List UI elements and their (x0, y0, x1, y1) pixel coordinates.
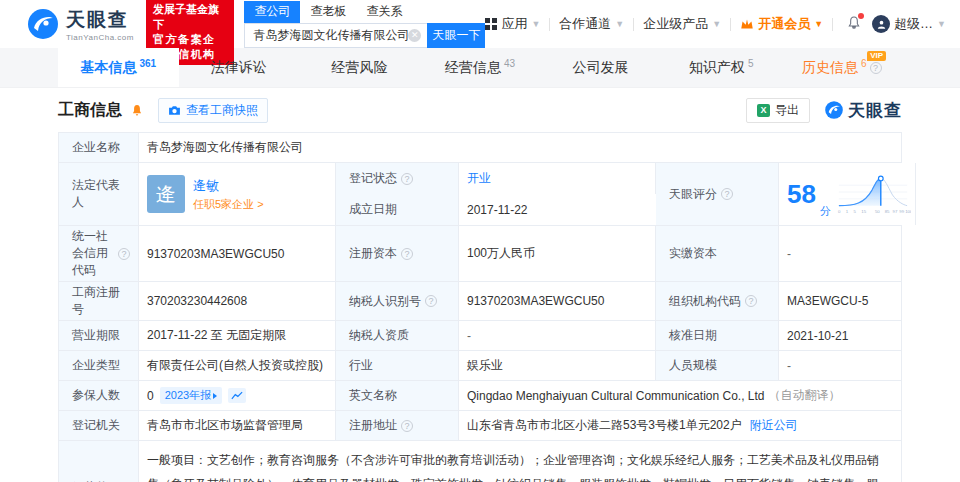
top-menu: 应用 ▼ 合作通道 ▼ 企业级产品 ▼ 开通会员 ▼ (485, 15, 960, 34)
trend-chart-button[interactable] (228, 388, 246, 403)
badge-line1: 国家中小企业发展子基金旗下 (153, 0, 227, 32)
business-info-table: 企业名称 青岛梦海圆文化传播有限公司 法定代表人 逄 逄敏 任职5家企业 > 登… (58, 132, 902, 482)
taxpayer-quality-label: 纳税人资质 (336, 321, 459, 350)
company-name-value: 青岛梦海圆文化传播有限公司 (139, 133, 901, 162)
menu-partner[interactable]: 合作通道 ▼ (559, 15, 624, 33)
tianyancha-logo-icon (26, 7, 60, 41)
crown-icon (740, 18, 754, 30)
reg-authority-value: 青岛市市北区市场监督管理局 (139, 411, 336, 440)
menu-open-vip[interactable]: 开通会员 ▼ (740, 15, 823, 33)
tab-operation-risk[interactable]: 经营风险 (299, 48, 420, 87)
tab-label: 公司发展 (573, 59, 629, 77)
tianyancha-mark-icon (824, 100, 844, 120)
help-icon[interactable]: ? (425, 295, 437, 307)
watermark-brand: 天眼查 (824, 99, 902, 122)
search-button[interactable]: 天眼一下 (427, 23, 485, 48)
tab-label: 经营信息 (445, 59, 501, 77)
insured-value: 0 2023年报 (139, 381, 336, 410)
tab-legal-litigation[interactable]: 法律诉讼 (179, 48, 300, 87)
clear-search-icon[interactable]: ✕ (408, 29, 421, 42)
tab-count: 361 (139, 58, 156, 69)
tab-label: 基本信息 (80, 59, 136, 77)
taxpayer-id-value: 91370203MA3EWGCU50 (459, 282, 656, 320)
subscribe-bell-icon[interactable] (130, 103, 144, 118)
menu-enterprise-label: 企业级产品 (643, 15, 708, 33)
tab-label: 经营风险 (331, 59, 387, 77)
person-icon (876, 19, 887, 30)
address-value: 山东省青岛市市北区小港二路53号3号楼1单元202户 附近公司 (459, 411, 901, 440)
table-row-reg-number: 工商注册号 370203230442608 纳税人识别号 ? 91370203M… (59, 282, 901, 321)
menu-enterprise[interactable]: 企业级产品 ▼ (643, 15, 721, 33)
reg-number-label: 工商注册号 (59, 282, 139, 320)
svg-text:97: 97 (892, 209, 897, 214)
tab-company-development[interactable]: 公司发展 (540, 48, 661, 87)
tab-intellectual-property[interactable]: 知识产权 5 (661, 48, 782, 87)
tab-count: 6 (861, 58, 867, 69)
business-snapshot-button[interactable]: 查看工商快照 (158, 98, 268, 123)
search-input[interactable] (253, 28, 408, 42)
search-tab-boss[interactable]: 查老板 (300, 1, 356, 23)
help-icon[interactable]: ? (721, 188, 733, 200)
help-icon[interactable]: ? (745, 295, 757, 307)
tab-history-info[interactable]: 历史信息 6 ? VIP (781, 48, 902, 87)
tab-operation-info[interactable]: 经营信息 43 (420, 48, 541, 87)
reg-status-value: 开业 (459, 163, 656, 194)
legal-rep-positions-link[interactable]: 任职5家企业 > (193, 197, 264, 212)
score-number: 58 (787, 181, 816, 207)
insured-count: 0 (147, 389, 154, 403)
svg-text:99: 99 (899, 209, 904, 214)
user-account[interactable]: 超级… ▼ (872, 15, 946, 33)
chevron-down-icon: ▼ (531, 19, 540, 29)
address-label: 注册地址 ? (336, 411, 459, 440)
camera-icon (168, 105, 181, 116)
help-icon[interactable]: ? (401, 420, 413, 432)
score-value[interactable]: 58 分 0 1 5 (779, 163, 916, 225)
svg-text:1: 1 (846, 209, 849, 214)
label-text: 统一社会信用代码 (72, 228, 114, 279)
menu-divider (549, 18, 550, 31)
menu-apps[interactable]: 应用 ▼ (485, 15, 540, 33)
credit-code-label: 统一社会信用代码 ? (59, 226, 139, 281)
menu-vip-label: 开通会员 (758, 15, 810, 33)
excel-icon: X (757, 104, 770, 117)
section-actions: X 导出 天眼查 (746, 98, 902, 123)
search-box: ✕ (244, 23, 427, 48)
label-text: 注册资本 (349, 245, 397, 262)
svg-text:100: 100 (905, 209, 911, 214)
svg-text:0: 0 (838, 209, 841, 214)
legal-rep-label: 法定代表人 (59, 163, 139, 225)
menu-partner-label: 合作通道 (559, 15, 611, 33)
legal-rep-avatar[interactable]: 逄 (147, 175, 185, 213)
search-tab-company[interactable]: 查公司 (244, 1, 300, 23)
legal-rep-name-link[interactable]: 逄敏 (193, 177, 264, 195)
business-term-value: 2017-11-22 至 无固定期限 (139, 321, 336, 350)
english-name-text: Qingdao Menghaiyuan Cultural Communicati… (467, 389, 765, 403)
establish-date-value: 2017-11-22 (459, 194, 656, 225)
help-icon[interactable]: ? (401, 173, 413, 185)
svg-text:5: 5 (853, 209, 856, 214)
staff-size-value: - (779, 351, 901, 380)
help-icon[interactable]: ? (118, 248, 130, 260)
org-code-label: 组织机构代码 ? (656, 282, 779, 320)
industry-value: 娱乐业 (459, 351, 656, 380)
svg-text:85: 85 (885, 209, 890, 214)
chevron-down-icon: ▼ (712, 19, 721, 29)
tab-basic-info[interactable]: 基本信息 361 (58, 48, 179, 87)
chevron-down-icon: ▼ (937, 19, 946, 29)
help-icon[interactable]: ? (401, 248, 413, 260)
score-unit: 分 (820, 204, 831, 219)
chevron-down-icon: ▼ (615, 19, 624, 29)
search-tab-relation[interactable]: 查关系 (356, 1, 412, 23)
apps-grid-icon (485, 18, 497, 30)
section-title: 工商信息 (58, 100, 122, 121)
annual-report-link[interactable]: 2023年报 (160, 387, 222, 404)
export-button[interactable]: X 导出 (746, 98, 810, 123)
notifications-button[interactable] (846, 15, 862, 34)
taxpayer-id-label: 纳税人识别号 ? (336, 282, 459, 320)
nearby-companies-link[interactable]: 附近公司 (750, 417, 798, 434)
paid-capital-label: 实缴资本 (656, 226, 779, 281)
tianyancha-logo[interactable]: 天眼查 TianYanCha.com (26, 7, 134, 42)
table-row-company-name: 企业名称 青岛梦海圆文化传播有限公司 (59, 133, 901, 163)
help-icon[interactable]: ? (870, 62, 882, 74)
tab-count: 5 (748, 58, 754, 69)
